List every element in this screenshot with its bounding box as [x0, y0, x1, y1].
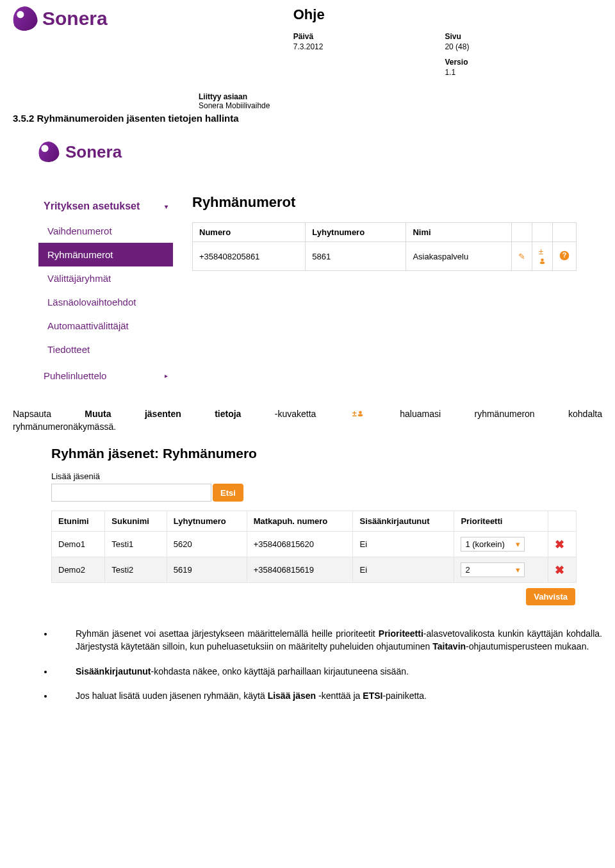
list-item: Sisäänkirjautunut-kohdasta näkee, onko k…: [54, 665, 602, 678]
cell-lyhyt: 5861: [306, 242, 406, 271]
relates-value: Sonera Mobiilivaihde: [199, 101, 602, 110]
col-prio: Prioriteetti: [454, 511, 548, 532]
cell-lyhyt: 5620: [167, 532, 247, 557]
col-blank3: [553, 223, 577, 242]
sidebar-item-lasnaolo[interactable]: Läsnäolovaihtoehdot: [38, 290, 173, 314]
swirl-icon: [10, 4, 39, 33]
sidebar-footer[interactable]: Puhelinluettelo ▸: [38, 361, 173, 381]
t: ETSI: [363, 691, 382, 701]
t: tietoja: [215, 408, 241, 421]
help-icon[interactable]: ?: [559, 253, 570, 263]
chevron-down-icon: ▾: [516, 539, 520, 549]
notes-list: Ryhmän jäsenet voi asettaa järjestykseen…: [13, 627, 602, 702]
svg-rect-5: [358, 414, 363, 416]
chevron-down-icon: ▾: [165, 203, 168, 210]
version-value: 1.1: [445, 68, 469, 77]
t: Sisäänkirjautunut: [76, 666, 151, 676]
cell-suku: Testi2: [105, 557, 167, 583]
version-label: Versio: [445, 58, 469, 67]
cell-puh: +358406815620: [247, 532, 353, 557]
add-member-input[interactable]: [51, 484, 211, 502]
t: Ryhmän jäsenet voi asettaa järjestykseen…: [76, 628, 379, 639]
col-blank1: [512, 223, 532, 242]
cell-sis: Ei: [353, 532, 454, 557]
swirl-icon: [37, 140, 61, 164]
date-value: 7.3.2012: [293, 42, 324, 51]
delete-button[interactable]: ✖: [548, 532, 577, 557]
sidebar-item-vaihdenumerot[interactable]: Vaihdenumerot: [38, 219, 173, 243]
sidebar-item-valittajaryhmat[interactable]: Välittäjäryhmät: [38, 266, 173, 290]
table-row: Demo1 Testi1 5620 +358406815620 Ei 1 (ko…: [52, 532, 577, 557]
members-icon: ±: [352, 408, 364, 421]
t: Jos haluat lisätä uuden jäsenen ryhmään,…: [76, 691, 268, 701]
sidebar-item-automaatti[interactable]: Automaattivälittäjät: [38, 314, 173, 338]
t: ryhmänumeron: [475, 408, 535, 421]
col-sukunimi: Sukunimi: [105, 511, 167, 532]
relates-label: Liittyy asiaan: [199, 92, 602, 101]
brand-logo: Sonera: [13, 6, 108, 31]
brand-name: Sonera: [42, 8, 108, 29]
priority-select[interactable]: 1 (korkein) ▾: [461, 537, 525, 552]
cell-suku: Testi1: [105, 532, 167, 557]
t: -kohdasta näkee, onko käyttäjä parhailla…: [151, 666, 408, 676]
edit-icon[interactable]: ✎: [518, 252, 525, 261]
col-sisaan: Sisäänkirjautunut: [353, 511, 454, 532]
chevron-down-icon: ▾: [516, 565, 520, 575]
t: ryhmänumeronäkymässä.: [13, 421, 602, 434]
col-blank2: [532, 223, 553, 242]
svg-point-4: [359, 411, 362, 414]
t: Napsauta: [13, 408, 51, 421]
confirm-button[interactable]: Vahvista: [526, 588, 575, 605]
group-numbers-table: Numero Lyhytnumero Nimi +358408205861 58…: [192, 222, 577, 271]
search-button[interactable]: Etsi: [213, 484, 243, 502]
section-heading: 3.5.2 Ryhmänumeroiden jäsenten tietojen …: [13, 113, 602, 124]
instruction-1: Napsauta Muuta jäsenten tietoja -kuvaket…: [13, 408, 602, 433]
cell-etu: Demo1: [52, 532, 105, 557]
col-del: [548, 511, 577, 532]
priority-value: 1 (korkein): [465, 539, 504, 549]
list-item: Ryhmän jäsenet voi asettaa järjestykseen…: [54, 627, 602, 653]
svg-point-0: [541, 258, 544, 261]
date-label: Päivä: [293, 32, 324, 41]
sidebar-header[interactable]: Yrityksen asetukset ▾: [38, 194, 173, 219]
chevron-right-icon: ▸: [165, 372, 168, 379]
col-lyhytnumero: Lyhytnumero: [167, 511, 247, 532]
cell-lyhyt: 5619: [167, 557, 247, 583]
priority-value: 2: [465, 565, 470, 575]
cell-numero: +358408205861: [193, 242, 306, 271]
col-lyhytnumero: Lyhytnumero: [306, 223, 406, 242]
sidebar-item-tiedotteet[interactable]: Tiedotteet: [38, 338, 173, 361]
t: kohdalta: [568, 408, 602, 421]
t: -ohjautumisperusteen mukaan.: [466, 641, 589, 651]
cell-puh: +358406815619: [247, 557, 353, 583]
col-numero: Numero: [193, 223, 306, 242]
sidebar: Yrityksen asetukset ▾ Vaihdenumerot Ryhm…: [38, 194, 173, 381]
table-row: Demo2 Testi2 5619 +358406815619 Ei 2 ▾ ✖: [52, 557, 577, 583]
col-matkapuh: Matkapuh. numero: [247, 511, 353, 532]
svg-text:?: ?: [562, 251, 567, 259]
col-nimi: Nimi: [406, 223, 512, 242]
t: jäsenten: [145, 408, 181, 421]
t: Muuta: [85, 408, 111, 421]
table-row: +358408205861 5861 Asiakaspalvelu ✎ ± ?: [193, 242, 577, 271]
sidebar-item-ryhmanumerot[interactable]: Ryhmänumerot: [38, 243, 173, 266]
sidebar-footer-label: Puhelinluettelo: [44, 370, 106, 381]
t: Prioriteetti: [379, 628, 423, 639]
page-label: Sivu: [445, 32, 469, 41]
app-brand: Sonera: [65, 142, 122, 162]
delete-button[interactable]: ✖: [548, 557, 577, 583]
document-title: Ohje: [293, 6, 470, 23]
t: Taitavin: [432, 641, 466, 651]
members-table: Etunimi Sukunimi Lyhytnumero Matkapuh. n…: [51, 511, 577, 583]
content-title: Ryhmänumerot: [192, 194, 577, 211]
svg-rect-1: [540, 261, 545, 264]
page-value: 20 (48): [445, 42, 469, 51]
cell-etu: Demo2: [52, 557, 105, 583]
priority-select[interactable]: 2 ▾: [461, 562, 525, 577]
members-icon[interactable]: ±: [539, 247, 546, 266]
cell-prio: 1 (korkein) ▾: [454, 532, 548, 557]
t: Lisää jäsen: [268, 691, 316, 701]
t: haluamasi: [400, 408, 441, 421]
sidebar-header-label: Yrityksen asetukset: [44, 201, 140, 212]
t: -kenttää ja: [316, 691, 363, 701]
